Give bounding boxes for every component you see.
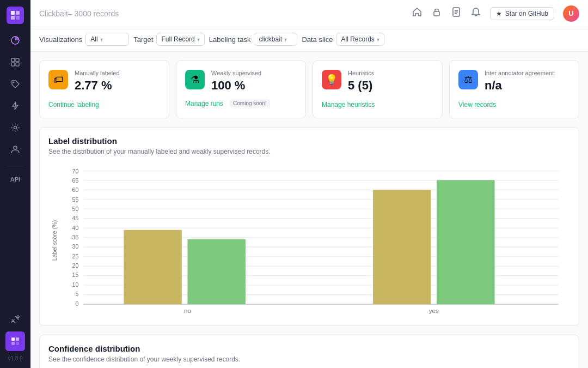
label-distribution-subtitle: See the distribution of your manually la… xyxy=(48,148,570,155)
svg-text:30: 30 xyxy=(72,243,79,250)
card-info: Inter annotator agreement: n/a xyxy=(485,70,570,93)
confidence-distribution-subtitle: See the confidence distribution of your … xyxy=(48,355,570,363)
svg-point-10 xyxy=(14,126,17,129)
target-value: Full Record xyxy=(161,35,194,43)
manage-heuristics-link[interactable]: Manage heuristics xyxy=(322,101,375,108)
sidebar-bottom: v1.8.0 xyxy=(5,310,25,361)
card-value: 2.77 % xyxy=(75,79,160,93)
record-count: – 3000 records xyxy=(68,9,119,18)
data-slice-filter-group: Data slice All Records ▾ xyxy=(302,33,384,46)
sidebar-item-settings[interactable] xyxy=(5,118,25,137)
github-label: Star on GitHub xyxy=(505,10,548,17)
svg-text:65: 65 xyxy=(72,177,79,184)
svg-text:70: 70 xyxy=(72,168,79,174)
card-info: Weakly supervised 100 % xyxy=(211,70,297,93)
continue-labeling-link[interactable]: Continue labeling xyxy=(48,101,99,108)
confidence-distribution-section: Confidence distribution See the confiden… xyxy=(39,335,579,368)
target-filter-group: Target Full Record ▾ xyxy=(133,33,205,46)
lock-icon[interactable] xyxy=(431,7,442,20)
svg-text:Label score (%): Label score (%) xyxy=(51,220,58,261)
svg-text:0: 0 xyxy=(75,300,78,307)
svg-rect-6 xyxy=(16,58,19,62)
sidebar-item-user[interactable] xyxy=(5,140,25,159)
weakly-supervised-card: ⚗ Weakly supervised 100 % Manage runs Co… xyxy=(176,61,306,118)
version-label: v1.8.0 xyxy=(8,355,22,361)
sidebar-item-tag[interactable] xyxy=(5,74,25,94)
labeling-task-select[interactable]: clickbait ▾ xyxy=(254,33,297,46)
card-header: 🏷 Manually labeled 2.77 % xyxy=(48,70,160,93)
inter-annotator-icon: ⚖ xyxy=(458,70,478,89)
sidebar-item-lightning[interactable] xyxy=(5,96,25,116)
card-label: Weakly supervised xyxy=(211,70,297,76)
sidebar: API v1.8.0 xyxy=(0,0,30,368)
chevron-down-icon: ▾ xyxy=(197,37,200,43)
card-header: ⚗ Weakly supervised 100 % xyxy=(185,70,297,93)
document-icon[interactable] xyxy=(451,7,462,20)
user-avatar[interactable]: U xyxy=(563,5,579,22)
card-value: 5 (5) xyxy=(348,79,433,93)
card-header: ⚖ Inter annotator agreement: n/a xyxy=(458,70,570,93)
visualizations-select[interactable]: All ▾ xyxy=(85,33,129,46)
svg-text:35: 35 xyxy=(72,234,79,240)
bell-icon[interactable] xyxy=(470,7,481,20)
sidebar-divider xyxy=(7,166,24,166)
bar-yes-manually xyxy=(373,190,431,304)
chevron-down-icon: ▾ xyxy=(284,37,287,43)
label-distribution-svg: 70 65 60 55 50 45 40 35 30 25 20 15 10 5… xyxy=(48,164,570,317)
sidebar-item-tools[interactable] xyxy=(5,310,25,329)
card-label: Inter annotator agreement: xyxy=(485,70,570,76)
card-header: 💡 Heuristics 5 (5) xyxy=(322,70,433,93)
svg-point-11 xyxy=(14,146,17,149)
svg-text:55: 55 xyxy=(72,196,79,203)
svg-text:25: 25 xyxy=(72,253,79,260)
svg-rect-13 xyxy=(11,337,15,341)
card-info: Heuristics 5 (5) xyxy=(348,70,433,93)
svg-point-9 xyxy=(13,82,15,83)
label-distribution-section: Label distribution See the distribution … xyxy=(39,127,579,326)
stats-cards-row: 🏷 Manually labeled 2.77 % Continue label… xyxy=(39,61,579,118)
data-slice-value: All Records xyxy=(341,35,374,43)
target-label: Target xyxy=(133,35,153,44)
svg-text:yes: yes xyxy=(429,307,439,314)
sidebar-api-label[interactable]: API xyxy=(7,173,23,186)
weakly-supervised-icon: ⚗ xyxy=(185,70,205,89)
sidebar-logo[interactable] xyxy=(7,7,24,24)
main-scroll-area: 🏷 Manually labeled 2.77 % Continue label… xyxy=(30,52,588,368)
svg-text:50: 50 xyxy=(72,206,79,212)
svg-rect-7 xyxy=(11,63,15,66)
topbar-actions: ★ Star on GitHub U xyxy=(412,5,579,22)
label-distribution-title: Label distribution xyxy=(48,136,570,146)
card-value: n/a xyxy=(485,79,570,93)
svg-rect-17 xyxy=(434,11,439,16)
star-icon: ★ xyxy=(496,10,502,17)
svg-rect-15 xyxy=(11,342,15,345)
sidebar-item-chart[interactable] xyxy=(5,31,25,50)
svg-text:60: 60 xyxy=(72,186,79,193)
home-icon[interactable] xyxy=(412,7,422,20)
inter-annotator-card: ⚖ Inter annotator agreement: n/a View re… xyxy=(449,61,579,118)
target-select[interactable]: Full Record ▾ xyxy=(156,33,204,46)
project-name: Clickbait xyxy=(39,9,68,18)
bar-chart: 70 65 60 55 50 45 40 35 30 25 20 15 10 5… xyxy=(48,164,570,317)
card-info: Manually labeled 2.77 % xyxy=(75,70,160,93)
visualizations-label: Visualizations xyxy=(39,35,82,44)
data-slice-select[interactable]: All Records ▾ xyxy=(336,33,384,46)
svg-text:45: 45 xyxy=(72,215,79,221)
chevron-down-icon: ▾ xyxy=(100,37,103,43)
github-button[interactable]: ★ Star on GitHub xyxy=(490,7,554,20)
bar-no-manually xyxy=(124,230,181,304)
bar-yes-weakly xyxy=(437,180,494,304)
svg-rect-14 xyxy=(16,337,19,341)
svg-rect-1 xyxy=(16,11,20,15)
sidebar-item-active[interactable] xyxy=(5,331,25,351)
card-value: 100 % xyxy=(211,79,297,93)
manage-runs-link[interactable]: Manage runs xyxy=(185,100,223,107)
labeling-task-filter-group: Labeling task clickbait ▾ xyxy=(209,33,298,46)
heuristics-card: 💡 Heuristics 5 (5) Manage heuristics xyxy=(313,61,443,118)
chevron-down-icon: ▾ xyxy=(377,37,379,43)
topbar: Clickbait– 3000 records xyxy=(30,0,588,27)
svg-text:15: 15 xyxy=(72,272,79,278)
svg-text:no: no xyxy=(184,307,192,314)
view-records-link[interactable]: View records xyxy=(458,101,496,108)
sidebar-item-grid[interactable] xyxy=(5,52,25,72)
